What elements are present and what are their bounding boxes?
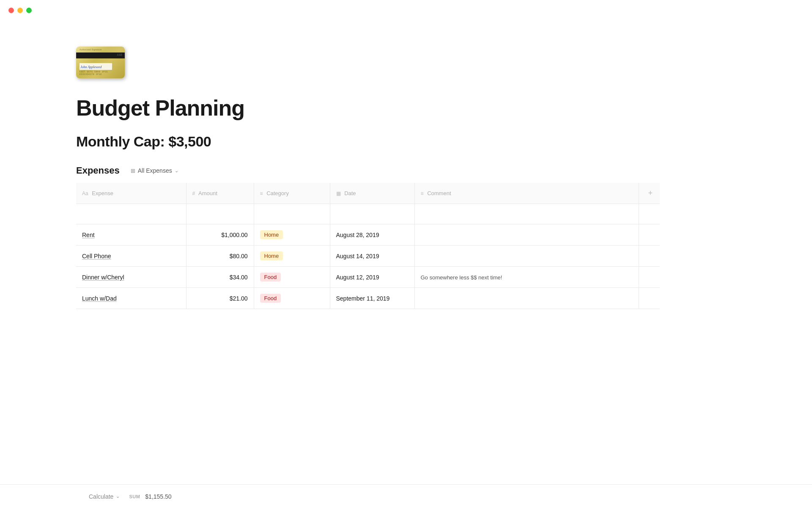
lines-icon: ≡ [421, 190, 424, 196]
comment-cell[interactable] [414, 224, 639, 246]
empty-category-cell[interactable] [254, 204, 330, 224]
col-header-comment-label: Comment [427, 190, 451, 196]
table-row: Cell Phone$80.00HomeAugust 14, 2019 [76, 246, 660, 267]
expense-name: Rent [82, 232, 95, 238]
col-header-date: ▦ Date [330, 183, 414, 204]
calculate-chevron-icon: ⌄ [116, 494, 120, 499]
bottom-bar: Calculate ⌄ SUM $1,155.50 [0, 484, 812, 508]
expense-cell[interactable]: Cell Phone [76, 246, 186, 267]
date-cell[interactable]: August 28, 2019 [330, 224, 414, 246]
date-cell[interactable]: August 14, 2019 [330, 246, 414, 267]
calculate-label: Calculate [89, 493, 113, 500]
category-badge: Home [260, 230, 283, 239]
add-column-button[interactable]: + [645, 187, 656, 199]
category-cell[interactable]: Food [254, 267, 330, 288]
comment-cell[interactable]: Go somewhere less $$ next time! [414, 267, 639, 288]
col-header-amount: # Amount [186, 183, 254, 204]
empty-add-cell [639, 204, 660, 224]
date-cell[interactable]: September 11, 2019 [330, 288, 414, 309]
category-cell[interactable]: Home [254, 246, 330, 267]
row-add-cell [639, 246, 660, 267]
empty-amount-cell[interactable] [186, 204, 254, 224]
card-cvv: 448 [117, 53, 122, 57]
comment-text: Go somewhere less $$ next time! [421, 274, 502, 281]
filter-button[interactable]: ⊞ All Expenses ⌄ [126, 166, 183, 176]
col-header-expense-label: Expense [92, 190, 113, 196]
category-cell[interactable]: Food [254, 288, 330, 309]
list-icon: ≡ [260, 190, 263, 196]
expenses-label: Expenses [76, 165, 120, 176]
col-header-date-label: Date [344, 190, 356, 196]
row-add-cell [639, 288, 660, 309]
card-name: John Appleseed [80, 65, 102, 69]
table-header-row: Aa Expense # Amount ≡ Category ▦ Date ≡ [76, 183, 660, 204]
table-row: Rent$1,000.00HomeAugust 28, 2019 [76, 224, 660, 246]
minimize-button[interactable] [17, 8, 23, 13]
date-cell[interactable]: August 12, 2019 [330, 267, 414, 288]
card-numbers: EEET EETS 5000 1P1SE331334174 1P1E [80, 70, 108, 75]
card-auth-text: Authorized Signature [80, 48, 102, 51]
table-row-empty [76, 204, 660, 224]
credit-card-icon: Authorized Signature John Appleseed 448 … [76, 47, 125, 78]
grid-icon: ⊞ [131, 168, 135, 174]
text-icon: Aa [82, 190, 88, 196]
expense-cell[interactable]: Dinner w/Cheryl [76, 267, 186, 288]
expenses-table: Aa Expense # Amount ≡ Category ▦ Date ≡ [76, 183, 660, 309]
page-title: Budget Planning [76, 95, 592, 121]
empty-expense-cell[interactable] [76, 204, 186, 224]
sum-label: SUM [129, 494, 140, 499]
chevron-down-icon: ⌄ [175, 168, 178, 174]
empty-comment-cell[interactable] [414, 204, 639, 224]
close-button[interactable] [8, 8, 14, 13]
table-row: Lunch w/Dad$21.00FoodSeptember 11, 2019 [76, 288, 660, 309]
col-header-amount-label: Amount [198, 190, 217, 196]
amount-cell[interactable]: $80.00 [186, 246, 254, 267]
calculate-button[interactable]: Calculate ⌄ [85, 491, 124, 502]
expense-cell[interactable]: Rent [76, 224, 186, 246]
expense-name: Lunch w/Dad [82, 295, 117, 302]
row-add-cell [639, 267, 660, 288]
comment-cell[interactable] [414, 246, 639, 267]
amount-cell[interactable]: $34.00 [186, 267, 254, 288]
maximize-button[interactable] [26, 8, 32, 13]
table-row: Dinner w/Cheryl$34.00FoodAugust 12, 2019… [76, 267, 660, 288]
monthly-cap: Monthly Cap: $3,500 [76, 133, 592, 150]
col-header-comment: ≡ Comment [414, 183, 639, 204]
filter-label: All Expenses [138, 167, 172, 174]
calendar-icon: ▦ [336, 190, 341, 196]
expenses-header: Expenses ⊞ All Expenses ⌄ [76, 165, 592, 176]
card-icon-area: Authorized Signature John Appleseed 448 … [76, 47, 592, 78]
row-add-cell [639, 224, 660, 246]
category-cell[interactable]: Home [254, 224, 330, 246]
titlebar [0, 0, 812, 21]
expense-name: Dinner w/Cheryl [82, 274, 124, 281]
col-header-expense: Aa Expense [76, 183, 186, 204]
empty-date-cell[interactable] [330, 204, 414, 224]
comment-cell[interactable] [414, 288, 639, 309]
category-badge: Food [260, 294, 281, 303]
amount-cell[interactable]: $21.00 [186, 288, 254, 309]
expense-cell[interactable]: Lunch w/Dad [76, 288, 186, 309]
hash-icon: # [192, 190, 195, 196]
amount-cell[interactable]: $1,000.00 [186, 224, 254, 246]
col-header-add: + [639, 183, 660, 204]
col-header-category: ≡ Category [254, 183, 330, 204]
category-badge: Food [260, 273, 281, 282]
main-content: Authorized Signature John Appleseed 448 … [0, 0, 592, 343]
category-badge: Home [260, 251, 283, 260]
col-header-category-label: Category [266, 190, 289, 196]
expense-name: Cell Phone [82, 253, 111, 260]
sum-value: $1,155.50 [145, 493, 171, 500]
